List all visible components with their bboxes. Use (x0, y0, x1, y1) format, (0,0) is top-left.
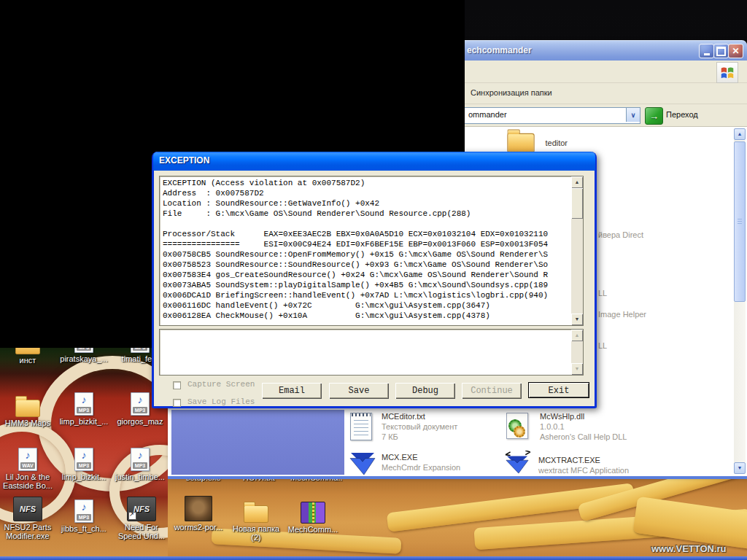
mcx-app-icon (349, 452, 376, 475)
scroll-up-arrow-icon[interactable] (734, 128, 746, 140)
exit-button[interactable]: Exit (528, 382, 589, 398)
desktop-icon-limp-bizkit-1[interactable]: ♪MP3 limp_bizkit_... (58, 391, 109, 426)
mcxtract-app-icon (503, 451, 531, 474)
image-thumbnail-icon (185, 496, 212, 521)
music-note-icon: ♪ (75, 449, 93, 461)
debug-button[interactable]: Debug (395, 383, 455, 399)
music-note-icon: ♪ (75, 501, 93, 513)
desktop-icon-nfsu2-modifier[interactable]: NFS NFSU2 PartsModifier.exe (2, 497, 53, 540)
scroll-down-arrow-icon (571, 363, 583, 375)
scroll-up-arrow-icon (571, 330, 583, 341)
nfs-icon: NFS (13, 497, 42, 521)
explorer-bottom-border (168, 475, 747, 479)
bottom-blue-strip (0, 556, 747, 560)
scroll-up-arrow-icon[interactable] (571, 176, 583, 188)
exception-dialog: EXCEPTION EXCEPTION (Access violation at… (152, 152, 597, 408)
exception-log-box: EXCEPTION (Access violation at 0x007587D… (159, 176, 584, 326)
mp3-file-icon: ♪MP3 (74, 392, 93, 416)
continue-button: Continue (462, 383, 522, 399)
desktop-icon-limp-bizkit-2[interactable]: ♪MP3 limp_bizkit... (58, 446, 109, 481)
go-button-label: Переход (666, 110, 698, 119)
folder-icon (244, 505, 268, 523)
exception-dialog-title: EXCEPTION (159, 155, 209, 166)
file-desc-fragment[interactable]: LL (598, 289, 607, 298)
file-item-teditor[interactable]: teditor (508, 134, 568, 152)
scrollbar-thumb[interactable] (571, 188, 583, 219)
mp3-file-icon: ♪MP3 (131, 448, 150, 471)
save-button[interactable]: Save (329, 383, 389, 399)
explorer-scrollbar[interactable] (734, 128, 746, 474)
folder-icon (507, 133, 534, 152)
desktop-icon-jibbs[interactable]: ♪MP3 jibbs_ft_ch... (58, 498, 109, 533)
desktop-icon-worms2[interactable]: worms2-por... (173, 497, 224, 532)
go-button[interactable] (645, 107, 663, 125)
desktop-icon-mechcomm-rar[interactable]: MechComm... (287, 499, 338, 534)
exception-log-scrollbar[interactable] (571, 176, 583, 325)
save-log-files-label: Save Log Files (187, 397, 255, 406)
desktop-icon-justin[interactable]: ♪MP3 justin_timbe... (115, 446, 166, 481)
wav-file-icon: ♪WAV (18, 448, 37, 471)
exception-log-text: EXCEPTION (Access violation at 0x007587D… (163, 178, 570, 324)
maximize-button[interactable] (713, 44, 729, 58)
save-log-files-checkbox (173, 399, 181, 407)
explorer-task-pane (170, 410, 344, 475)
music-note-icon: ♪ (75, 394, 93, 405)
winrar-archive-icon (301, 502, 325, 524)
address-dropdown-button[interactable] (626, 108, 640, 122)
mp3-file-icon: ♪MP3 (74, 448, 93, 471)
file-desc-fragment[interactable]: Image Helper (598, 310, 646, 319)
dll-file-icon (506, 413, 528, 439)
exception-notes-scrollbar (571, 330, 583, 375)
folder-icon (15, 400, 40, 417)
desktop-icon-hmm3-maps[interactable]: HMM3 Maps (2, 392, 53, 427)
exception-dialog-titlebar[interactable]: EXCEPTION (153, 152, 595, 171)
exception-notes-box[interactable] (159, 329, 584, 376)
desktop-icon-need-for-speed[interactable]: NFS Need ForSpeed Und... (116, 497, 167, 540)
desktop: инст ♪MP3 piratskaya_... ♪MP3 timati_fe.… (0, 0, 747, 560)
windows-logo-throbber (716, 62, 738, 83)
scroll-down-arrow-icon[interactable] (734, 462, 746, 474)
file-desc-fragment[interactable]: LL (598, 341, 607, 350)
close-button[interactable] (728, 44, 743, 58)
explorer-window-title: echcommander (467, 45, 532, 55)
scrollbar-thumb[interactable] (734, 141, 746, 302)
windows-flag-icon (719, 65, 735, 81)
desktop-icon-novaya-papka[interactable]: Новая папка(2) (231, 498, 282, 542)
music-note-icon: ♪ (131, 449, 149, 461)
music-note-icon: ♪ (131, 394, 149, 405)
capture-screen-label: Capture Screen (187, 380, 255, 389)
vetton-watermark: www.VETTON.ru (651, 543, 727, 554)
text-document-icon (350, 413, 372, 440)
music-note-icon: ♪ (19, 449, 36, 461)
toolbar-sync-folder-button[interactable]: Синхронизация папки (471, 88, 552, 97)
scroll-down-arrow-icon[interactable] (571, 314, 583, 325)
capture-screen-checkbox (173, 381, 181, 389)
nfs-shortcut-icon: NFS (127, 497, 156, 521)
minimize-button[interactable] (699, 44, 714, 58)
desktop-icon-lil-jon[interactable]: ♪WAV Lil Jon & theEastside Bo... (2, 446, 53, 490)
shortcut-arrow-icon (128, 512, 136, 520)
email-button[interactable]: Email (262, 383, 322, 399)
file-desc-fragment[interactable]: йвера Direct (598, 230, 643, 239)
mp3-file-icon: ♪MP3 (74, 499, 93, 523)
mp3-file-icon: ♪MP3 (131, 392, 150, 416)
